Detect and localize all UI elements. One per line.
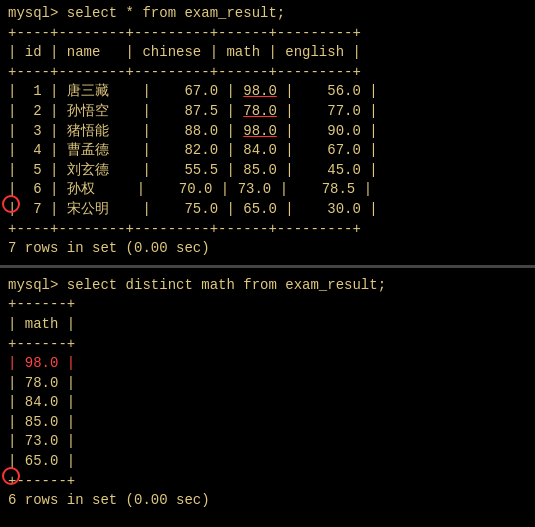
section-top: mysql> select * from exam_result; +----+… — [0, 0, 535, 268]
command-1: mysql> select * from exam_result; — [8, 4, 527, 24]
command-2: mysql> select distinct math from exam_re… — [8, 276, 527, 296]
terminal: mysql> select * from exam_result; +----+… — [0, 0, 535, 527]
row-count-2: 6 rows in set (0.00 sec) — [8, 491, 527, 511]
table-2: +------+ | math | +------+ | 98.0 | | 78… — [8, 295, 527, 491]
row-count-1: 7 rows in set (0.00 sec) — [8, 239, 527, 259]
section-bottom: mysql> select distinct math from exam_re… — [0, 272, 535, 517]
table-content-1: +----+--------+---------+------+--------… — [8, 24, 527, 240]
table-1: +----+--------+---------+------+--------… — [8, 24, 527, 240]
table-content-2: +------+ | math | +------+ | 98.0 | | 78… — [8, 295, 527, 491]
